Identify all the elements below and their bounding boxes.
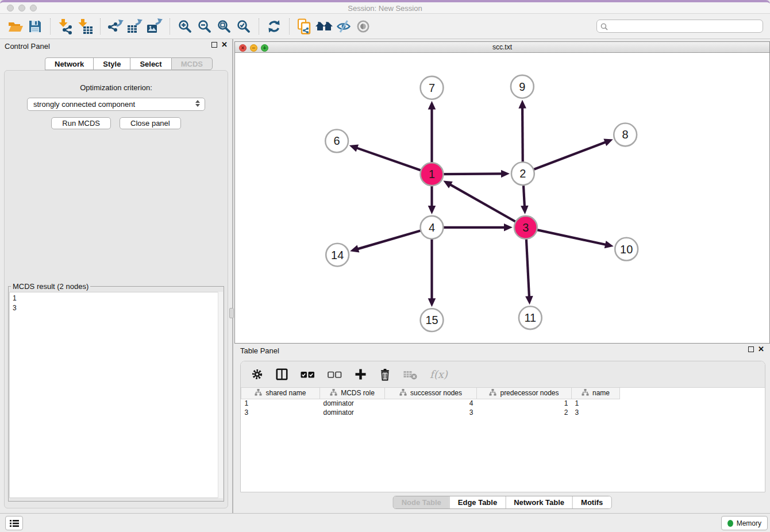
graph-edge-3-1[interactable] — [449, 184, 517, 222]
network-window-title: scc.txt — [235, 43, 769, 51]
table-cell[interactable]: 1 — [241, 399, 320, 408]
column-header-MCDS-role[interactable]: MCDS role — [320, 388, 385, 399]
optimization-criterion-label: Optimization criterion: — [5, 83, 228, 92]
network-graph[interactable]: 7968124314101511 — [235, 53, 769, 343]
deselect-all-columns-icon[interactable] — [328, 371, 342, 379]
tab-select[interactable]: Select — [130, 57, 171, 70]
graph-edge-4-14[interactable] — [357, 230, 422, 249]
import-table-icon[interactable] — [75, 17, 95, 36]
table-options-icon[interactable] — [251, 368, 263, 380]
delete-table-icon[interactable] — [403, 369, 417, 380]
tab-motifs[interactable]: Motifs — [572, 496, 611, 508]
graph-node-11[interactable]: 11 — [519, 306, 542, 329]
table-cell[interactable]: 1 — [477, 399, 572, 408]
graph-node-3[interactable]: 3 — [514, 216, 537, 239]
delete-columns-icon[interactable] — [379, 368, 391, 381]
graph-edge-arrowhead — [525, 296, 533, 304]
table-cell[interactable]: 1 — [572, 399, 620, 408]
column-header-successor-nodes[interactable]: successor nodes — [385, 388, 477, 399]
graph-node-4[interactable]: 4 — [421, 216, 444, 239]
toolbar-separator — [170, 18, 170, 34]
run-mcds-button[interactable]: Run MCDS — [51, 117, 111, 129]
column-header-shared-name[interactable]: shared name — [241, 388, 320, 399]
column-header-label: MCDS role — [341, 389, 375, 397]
first-neighbors-icon[interactable] — [314, 17, 334, 36]
table-cell[interactable]: dominator — [320, 399, 385, 408]
zoom-fit-icon[interactable] — [214, 17, 234, 36]
table-cell[interactable]: dominator — [320, 408, 385, 417]
task-history-button[interactable] — [5, 516, 23, 530]
zoom-in-icon[interactable] — [175, 17, 195, 36]
tab-mcds[interactable]: MCDS — [171, 57, 213, 70]
table-row[interactable]: 1dominator411 — [241, 399, 620, 408]
graph-node-14[interactable]: 14 — [326, 244, 349, 267]
apply-function-icon[interactable]: f(x) — [430, 368, 448, 380]
graph-edge-3-10[interactable] — [536, 230, 607, 245]
import-network-icon[interactable] — [56, 17, 75, 36]
titlebar: Session: New Session — [0, 2, 770, 14]
mcds-result-list[interactable]: 1 3 — [9, 292, 223, 498]
table-panel-close-icon[interactable]: ✕ — [758, 346, 764, 352]
control-panel-float-icon[interactable] — [211, 42, 217, 48]
graph-edge-2-9[interactable] — [522, 107, 523, 164]
graph-edge-1-2[interactable] — [442, 174, 503, 174]
select-all-columns-icon[interactable] — [301, 371, 315, 379]
graph-node-7[interactable]: 7 — [421, 76, 444, 99]
table-cell[interactable]: 3 — [572, 408, 620, 417]
column-header-predecessor-nodes[interactable]: predecessor nodes — [477, 388, 572, 399]
zoom-out-icon[interactable] — [195, 17, 214, 36]
column-header-label: shared name — [265, 389, 306, 397]
close-panel-button[interactable]: Close panel — [120, 117, 181, 129]
export-table-icon[interactable] — [125, 17, 145, 36]
tab-node-table[interactable]: Node Table — [394, 496, 449, 508]
criterion-dropdown[interactable]: strongly connected component — [27, 98, 205, 111]
export-image-icon[interactable] — [145, 17, 164, 36]
control-panel-close-icon[interactable]: ✕ — [221, 42, 228, 48]
table-panel-float-icon[interactable] — [748, 346, 754, 352]
table-cell[interactable]: 3 — [385, 408, 477, 417]
network-window-titlebar[interactable]: × − + scc.txt — [235, 42, 769, 53]
export-network-icon[interactable] — [106, 17, 125, 36]
show-graphics-details-icon[interactable] — [353, 17, 373, 36]
tab-edge-table[interactable]: Edge Table — [449, 496, 505, 508]
graph-node-label: 8 — [622, 128, 629, 141]
memory-button[interactable]: Memory — [721, 516, 768, 530]
graph-node-8[interactable]: 8 — [614, 124, 637, 147]
refresh-view-icon[interactable] — [264, 17, 284, 36]
graph-edge-2-3[interactable] — [523, 184, 525, 207]
column-header-name[interactable]: name — [572, 388, 620, 399]
graph-node-label: 2 — [519, 167, 526, 180]
window-title: Session: New Session — [0, 4, 770, 13]
hide-graphics-details-icon[interactable] — [334, 17, 353, 36]
graph-node-2[interactable]: 2 — [511, 162, 534, 185]
panel-divider-handle[interactable] — [229, 308, 234, 318]
graph-edge-1-6[interactable] — [356, 148, 422, 171]
graph-node-10[interactable]: 10 — [615, 238, 638, 261]
graph-node-6[interactable]: 6 — [325, 129, 348, 152]
zoom-selected-icon[interactable] — [234, 17, 253, 36]
save-session-icon[interactable] — [25, 17, 45, 36]
graph-node-1[interactable]: 1 — [421, 163, 444, 186]
graph-edge-3-11[interactable] — [526, 238, 529, 298]
graph-edge-2-8[interactable] — [533, 142, 607, 170]
table-cell[interactable]: 2 — [477, 408, 572, 417]
tab-network[interactable]: Network — [45, 57, 93, 70]
add-column-icon[interactable] — [355, 368, 367, 380]
tree-hierarchy-icon — [489, 389, 496, 398]
search-input[interactable] — [596, 20, 763, 33]
copy-network-icon[interactable] — [295, 17, 314, 36]
network-canvas[interactable]: 7968124314101511 — [235, 53, 769, 343]
graph-node-label: 6 — [334, 134, 340, 147]
graph-node-label: 10 — [620, 243, 633, 256]
tab-style[interactable]: Style — [93, 57, 130, 70]
tab-network-table[interactable]: Network Table — [505, 496, 572, 508]
show-column-panel-icon[interactable] — [276, 368, 288, 380]
graph-node-15[interactable]: 15 — [421, 309, 444, 331]
graph-edge-arrowhead — [501, 170, 510, 178]
table-cell[interactable]: 3 — [241, 408, 320, 417]
table-cell[interactable]: 4 — [385, 399, 477, 408]
result-scrollbar[interactable] — [218, 292, 223, 498]
open-session-icon[interactable] — [6, 17, 25, 36]
table-row[interactable]: 3dominator323 — [241, 408, 620, 417]
graph-node-9[interactable]: 9 — [511, 75, 534, 98]
